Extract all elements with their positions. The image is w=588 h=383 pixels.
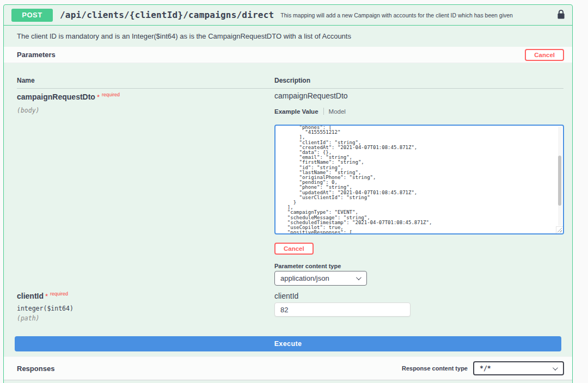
operation-description: The client ID is mandatory and is an Int… xyxy=(4,26,572,47)
chevron-down-icon xyxy=(356,275,362,280)
required-star: * xyxy=(45,292,48,300)
response-content-type-select[interactable]: */* xyxy=(473,361,564,375)
swagger-ui-page: POST /api/clients/{clientId}/campaigns/d… xyxy=(0,0,588,383)
body-param-textarea[interactable]: "phones": [ "4155551212" ], "clientId": … xyxy=(274,125,564,234)
textarea-resize-corner[interactable] xyxy=(556,226,563,233)
try-out-cancel-button[interactable]: Cancel xyxy=(525,49,564,61)
textarea-scrollbar-thumb[interactable] xyxy=(558,156,561,206)
body-param-json: "phones": [ "4155551212" ], "clientId": … xyxy=(275,125,563,234)
required-label: required xyxy=(102,92,120,97)
parameters-table: Name Description campaignRequestDto*requ… xyxy=(4,63,572,356)
parameter-content-type-value: application/json xyxy=(280,274,329,282)
execute-wrapper: Execute xyxy=(15,336,561,351)
column-header-name: Name xyxy=(17,77,35,84)
required-star: * xyxy=(97,93,100,101)
path-param-type: integer($int64) xyxy=(17,305,74,312)
table-header-divider xyxy=(17,88,564,89)
response-content-type-label: Response content type xyxy=(402,365,468,372)
tab-separator xyxy=(323,108,324,115)
parameter-content-type-select[interactable]: application/json xyxy=(274,271,367,286)
endpoint-summary: This mapping will add a new Campaign wit… xyxy=(280,12,553,18)
path-param-name-cell: clientId*required xyxy=(17,291,68,301)
responses-table-area xyxy=(4,380,572,383)
body-param-location: (body) xyxy=(17,107,40,114)
path-param-location: (path) xyxy=(17,314,40,322)
endpoint-path: /api/clients/{clientId}/campaigns/direct xyxy=(60,10,274,20)
opblock-post: POST /api/clients/{clientId}/campaigns/d… xyxy=(3,4,573,383)
tab-example-value[interactable]: Example Value xyxy=(274,108,318,115)
path-param-description: clientId xyxy=(274,292,298,300)
resize-grip-icon xyxy=(557,227,562,232)
responses-title: Responses xyxy=(17,365,54,373)
body-param-name: campaignRequestDto xyxy=(17,92,95,101)
response-content-type-value: */* xyxy=(480,365,491,372)
client-id-input[interactable] xyxy=(274,302,411,317)
body-param-description: campaignRequestDto xyxy=(274,91,348,100)
required-label: required xyxy=(50,291,68,296)
authorize-lock-button[interactable] xyxy=(558,10,565,21)
method-badge: POST xyxy=(11,9,53,22)
body-cancel-button[interactable]: Cancel xyxy=(274,243,314,255)
body-param-name-cell: campaignRequestDto*required xyxy=(17,92,120,102)
operation-summary-bar[interactable]: POST /api/clients/{clientId}/campaigns/d… xyxy=(4,5,572,26)
chevron-down-icon xyxy=(553,365,558,370)
operation-description-text: The client ID is mandatory and is an Int… xyxy=(17,32,351,40)
path-param-name: clientId xyxy=(17,292,44,300)
execute-button[interactable]: Execute xyxy=(15,336,561,351)
lock-icon xyxy=(558,10,565,21)
parameters-title: Parameters xyxy=(17,51,56,59)
parameter-content-type-label: Parameter content type xyxy=(274,263,341,269)
example-model-tabs: Example Value Model xyxy=(274,108,346,115)
responses-section-header: Responses Response content type */* xyxy=(4,356,572,380)
tab-model[interactable]: Model xyxy=(329,108,346,115)
parameters-section-header: Parameters Cancel xyxy=(4,47,572,63)
response-content-type-group: Response content type */* xyxy=(402,361,564,375)
column-header-description: Description xyxy=(274,77,310,84)
